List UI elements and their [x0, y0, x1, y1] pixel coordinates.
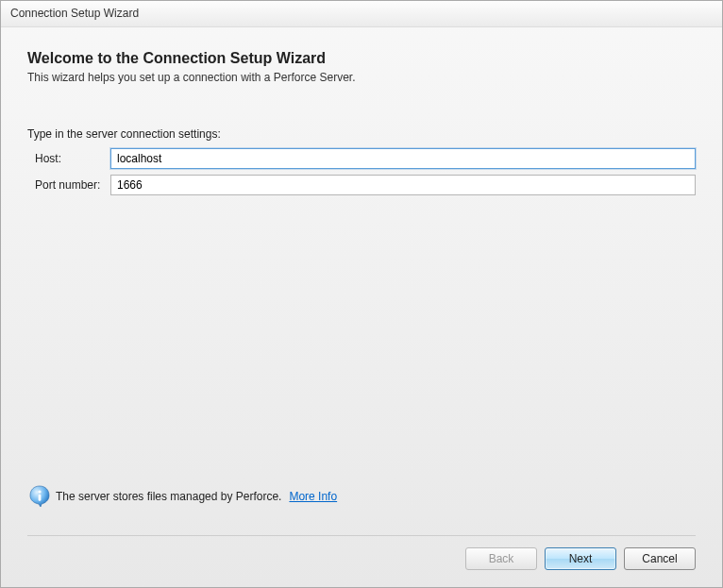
cancel-button[interactable]: Cancel: [624, 547, 696, 570]
info-text: The server stores files managed by Perfo…: [56, 490, 281, 503]
info-bar: The server stores files managed by Perfo…: [27, 484, 696, 526]
window-title: Connection Setup Wizard: [10, 7, 139, 20]
svg-rect-1: [39, 495, 42, 501]
window-titlebar: Connection Setup Wizard: [1, 1, 722, 27]
wizard-window: Connection Setup Wizard Welcome to the C…: [0, 0, 723, 588]
more-info-link[interactable]: More Info: [289, 490, 337, 503]
port-row: Port number:: [27, 175, 696, 195]
settings-prompt: Type in the server connection settings:: [27, 127, 696, 141]
port-input[interactable]: [110, 175, 696, 195]
button-separator: [27, 535, 696, 536]
svg-point-0: [38, 490, 41, 493]
info-icon: [27, 484, 52, 509]
page-heading: Welcome to the Connection Setup Wizard: [27, 50, 696, 67]
button-bar: Back Next Cancel: [1, 547, 722, 587]
wizard-content: Welcome to the Connection Setup Wizard T…: [1, 27, 722, 535]
port-label: Port number:: [27, 178, 110, 192]
back-button[interactable]: Back: [465, 547, 537, 570]
host-input[interactable]: [110, 148, 696, 169]
host-label: Host:: [27, 152, 110, 165]
host-row: Host:: [27, 148, 696, 169]
page-subheading: This wizard helps you set up a connectio…: [27, 71, 696, 84]
next-button[interactable]: Next: [545, 547, 616, 570]
